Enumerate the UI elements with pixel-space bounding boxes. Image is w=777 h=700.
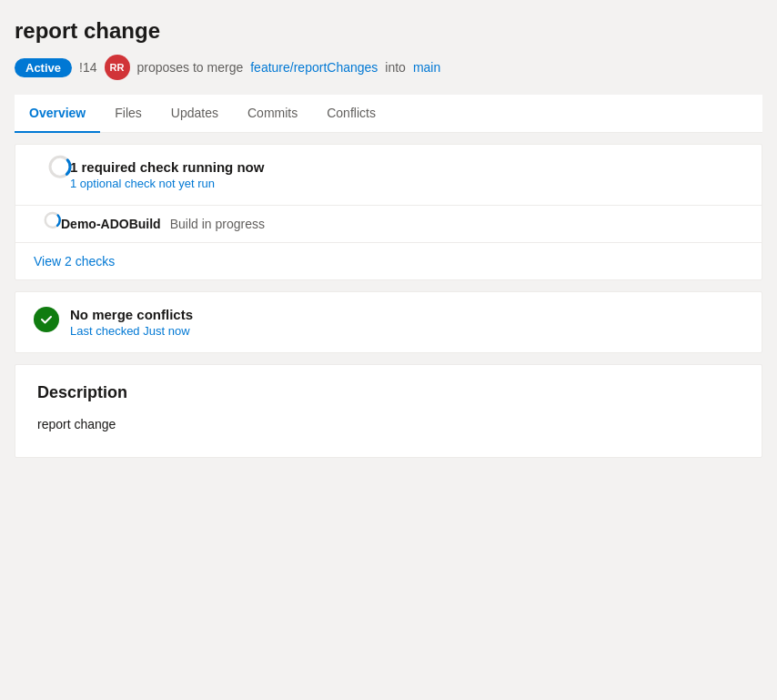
merge-text: proposes to merge bbox=[137, 60, 244, 75]
tab-files[interactable]: Files bbox=[100, 95, 156, 133]
build-name: Demo-ADOBuild bbox=[61, 217, 161, 231]
build-status: Build in progress bbox=[170, 217, 265, 231]
no-conflicts-title: No merge conflicts bbox=[70, 307, 193, 322]
no-conflicts-info: No merge conflicts Last checked Just now bbox=[70, 307, 193, 338]
source-branch-link[interactable]: feature/reportChanges bbox=[250, 60, 378, 75]
page-title: report change bbox=[15, 18, 762, 44]
success-icon bbox=[34, 307, 59, 332]
last-checked-label: Last checked bbox=[70, 324, 140, 338]
description-heading: Description bbox=[37, 383, 740, 402]
page-header: report change Active !14 RR proposes to … bbox=[15, 18, 762, 80]
tab-commits[interactable]: Commits bbox=[233, 95, 312, 133]
checks-subtitle[interactable]: 1 optional check not yet run bbox=[70, 177, 264, 190]
tab-conflicts[interactable]: Conflicts bbox=[312, 95, 390, 133]
checks-header: 1 required check running now 1 optional … bbox=[15, 145, 762, 205]
check-row-build: Demo-ADOBuild Build in progress bbox=[15, 205, 762, 243]
into-text: into bbox=[385, 60, 406, 75]
no-conflicts-sub: Last checked Just now bbox=[70, 324, 193, 338]
conflicts-card: No merge conflicts Last checked Just now bbox=[15, 291, 762, 353]
tab-overview[interactable]: Overview bbox=[15, 95, 100, 133]
checks-info: 1 required check running now 1 optional … bbox=[70, 159, 264, 190]
pr-number: !14 bbox=[79, 60, 96, 75]
no-conflicts-row: No merge conflicts Last checked Just now bbox=[15, 292, 762, 352]
avatar: RR bbox=[105, 55, 130, 80]
description-text: report change bbox=[37, 417, 740, 431]
tabs-bar: Overview Files Updates Commits Conflicts bbox=[15, 95, 762, 133]
last-checked-time: Just now bbox=[143, 324, 189, 338]
status-badge: Active bbox=[15, 58, 72, 77]
meta-row: Active !14 RR proposes to merge feature/… bbox=[15, 55, 762, 80]
tab-updates[interactable]: Updates bbox=[156, 95, 233, 133]
description-card: Description report change bbox=[15, 364, 762, 458]
target-branch-link[interactable]: main bbox=[413, 60, 440, 75]
checks-card: 1 required check running now 1 optional … bbox=[15, 144, 762, 280]
checks-title: 1 required check running now bbox=[70, 159, 264, 175]
view-checks-link[interactable]: View 2 checks bbox=[15, 243, 762, 279]
